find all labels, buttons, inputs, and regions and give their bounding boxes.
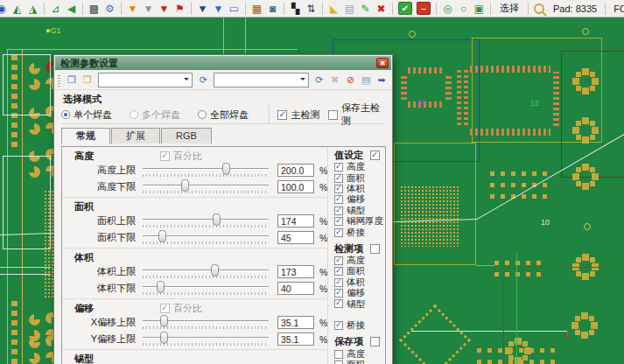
sort-az-icon[interactable]: ⇅ [304, 2, 319, 16]
height-lower-value[interactable]: 100.0 [277, 180, 314, 193]
tools-icon[interactable]: ⚙ [102, 2, 117, 16]
tab-rgb[interactable]: RGB [161, 128, 212, 144]
check-item[interactable]: 高度 [328, 162, 385, 172]
table-icon[interactable]: ▦ [249, 2, 264, 16]
fiducial-pad [29, 314, 40, 326]
pin-gray-icon[interactable]: ▼ [141, 2, 156, 16]
slider-thumb[interactable] [157, 281, 165, 293]
flip-vertical-icon[interactable]: ◮ [25, 2, 40, 16]
save-main-detect-checkbox[interactable]: 保存主检测 [328, 102, 385, 128]
close-button[interactable]: ✖ [376, 58, 389, 68]
area-lower-value[interactable]: 45 [277, 231, 314, 244]
mirror-icon[interactable]: ⊿ [48, 2, 63, 16]
globe-icon[interactable]: ◉ [0, 2, 9, 16]
load-params-icon[interactable]: ❐ [65, 74, 79, 87]
exit-icon[interactable]: ➥ [375, 74, 389, 87]
location-marker-icon[interactable]: ⚑ [172, 2, 187, 16]
check-item[interactable]: 锡型 [328, 206, 385, 216]
chart-edit-icon[interactable]: ✎ [358, 2, 373, 16]
check-item[interactable]: 面积 [328, 172, 385, 183]
import-params-icon[interactable]: ❐ [81, 74, 95, 87]
camera-icon[interactable]: ◙ [265, 2, 280, 16]
slider-thumb[interactable] [213, 214, 221, 226]
check-item[interactable]: 高度 [328, 348, 385, 359]
y-offset-value[interactable]: 35.1 [277, 332, 314, 346]
save-items-group-checkbox[interactable] [370, 337, 380, 346]
refresh-params-icon-2[interactable]: ⟳ [312, 74, 326, 87]
params-combobox-2[interactable] [214, 73, 309, 88]
height-upper-value[interactable]: 200.0 [277, 164, 314, 177]
tiles-icon[interactable]: ▚ [288, 2, 303, 16]
slider-thumb[interactable] [158, 230, 166, 242]
delete-icon[interactable]: ✖ [374, 2, 389, 16]
slider-thumb[interactable] [160, 332, 168, 344]
target-circle-icon[interactable]: ◎ [440, 2, 455, 16]
fiducial-pad [29, 337, 40, 348]
check-item[interactable]: 偏移 [328, 194, 385, 205]
select-rect-icon[interactable]: ▭ [227, 2, 242, 16]
tab-general[interactable]: 常规 [61, 128, 110, 144]
pin-dark-icon[interactable]: ▼ [195, 2, 210, 16]
x-offset-slider[interactable] [143, 315, 269, 331]
radio-all-pads[interactable]: 全部焊盘 [198, 108, 260, 122]
flip-horizontal-icon[interactable]: ◭ [10, 2, 25, 16]
value-set-group-checkbox[interactable] [370, 150, 380, 160]
grid-icon[interactable]: ▤ [342, 2, 357, 16]
tab-extended[interactable]: 扩展 [111, 128, 160, 144]
forbid-icon[interactable]: ⊘ [344, 74, 358, 87]
area-lower-slider[interactable] [143, 230, 269, 246]
detect-items-group-checkbox[interactable] [370, 244, 380, 254]
dialog-titlebar[interactable]: 检测参数设置 ✖ [55, 56, 391, 70]
pin-blue-icon[interactable]: ▼ [211, 2, 226, 16]
cone-icon[interactable]: ◀ [64, 2, 79, 16]
flower-footprint [584, 129, 587, 132]
y-offset-slider[interactable] [143, 332, 269, 347]
apply-icon[interactable]: ✔ [398, 2, 412, 15]
area-upper-value[interactable]: 174 [277, 214, 314, 228]
check-item[interactable]: 高度 [328, 256, 385, 266]
main-detect-checkbox[interactable]: 主检测 [277, 108, 328, 122]
checkbox [334, 321, 343, 330]
percent-checkbox[interactable]: 百分比 [160, 150, 202, 163]
check-item[interactable]: 桥接 [328, 320, 385, 331]
radio-single-pad[interactable]: 单个焊盘 [61, 108, 130, 122]
pin-red-icon[interactable]: ▼ [157, 2, 172, 16]
refresh-params-icon-1[interactable]: ⟳ [196, 74, 210, 87]
area-upper-slider[interactable] [143, 214, 269, 229]
slider-thumb[interactable] [211, 264, 219, 276]
check-item[interactable]: 偏移 [328, 288, 385, 298]
checkbox [334, 350, 343, 359]
select-mode-label[interactable]: 选择 [494, 2, 524, 15]
x-offset-value[interactable]: 35.1 [277, 316, 314, 329]
check-item[interactable]: 体积 [328, 277, 385, 288]
slider-thumb[interactable] [181, 179, 189, 192]
circle-icon[interactable]: ○ [456, 2, 471, 16]
check-item[interactable]: 面积 [328, 360, 385, 364]
stop-icon[interactable]: − [417, 2, 431, 15]
volume-lower-slider[interactable] [143, 281, 269, 297]
check-item[interactable]: 钢网厚度 [328, 216, 385, 227]
check-item[interactable]: 锡型 [328, 298, 385, 309]
pin-orange-icon[interactable]: ▼ [125, 2, 140, 16]
check-item[interactable]: 桥接 [328, 227, 385, 237]
ruler-icon[interactable]: ◣ [326, 2, 341, 16]
check-item[interactable]: 体积 [328, 184, 385, 194]
slider-thumb[interactable] [160, 315, 168, 327]
height-upper-slider[interactable] [143, 163, 269, 178]
slider-thumb[interactable] [222, 163, 230, 175]
params-combobox-1[interactable] [98, 73, 193, 88]
height-lower-slider[interactable] [143, 179, 269, 195]
toolbar-grip[interactable] [58, 74, 60, 87]
volume-lower-value[interactable]: 40 [277, 282, 314, 295]
magnifier-icon[interactable] [534, 4, 544, 14]
roi-square-icon[interactable]: ▣ [472, 2, 487, 16]
volume-upper-value[interactable]: 173 [277, 265, 314, 278]
volume-upper-slider[interactable] [143, 264, 269, 280]
image-icon[interactable]: ▩ [87, 2, 102, 16]
percent-checkbox[interactable]: 百分比 [160, 302, 202, 315]
check-item[interactable]: 面积 [328, 266, 385, 276]
save-icon[interactable]: ▤ [359, 74, 373, 87]
qfp-large-right-pads [553, 72, 559, 126]
fov-label-10: 10 [541, 219, 550, 227]
toolbar-separator [44, 3, 45, 15]
